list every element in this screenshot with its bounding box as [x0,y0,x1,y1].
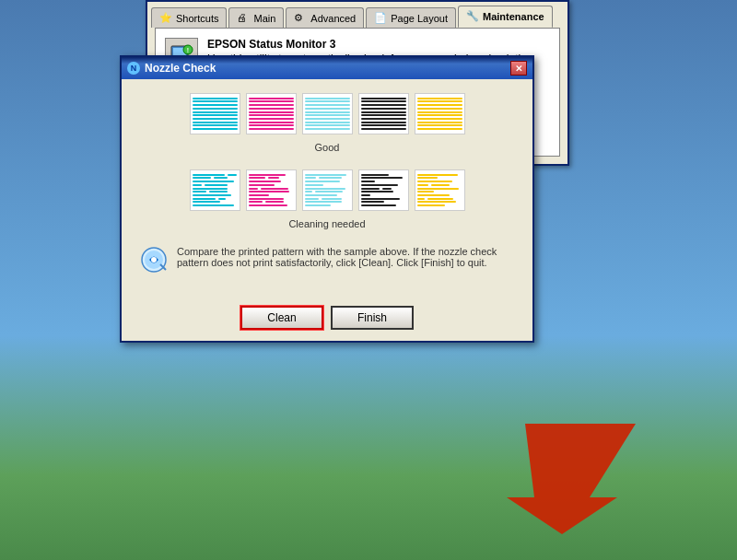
clean-button[interactable]: Clean [240,306,323,330]
page-layout-tab-icon: 📄 [374,12,387,25]
dialog-title-icon: N [127,62,140,75]
good-pattern-section: Good [140,93,514,160]
tab-page-layout[interactable]: 📄 Page Layout [366,7,456,28]
good-lightcyan-block [302,93,353,134]
nozzle-check-dialog: N Nozzle Check ✕ [120,55,534,343]
tabs-bar: ⭐ Shortcuts 🖨 Main ⚙ Advanced 📄 Page Lay… [147,2,567,28]
dialog-buttons: Clean Finish [122,298,532,341]
good-pattern-row [190,93,465,134]
bad-yellow-block [415,169,465,211]
advanced-tab-icon: ⚙ [294,12,307,25]
bad-cyan-block [190,169,240,211]
good-label: Good [315,142,340,153]
info-text: Compare the printed pattern with the sam… [177,246,514,268]
dialog-body: Good [122,79,532,298]
dialog-close-button[interactable]: ✕ [510,61,527,76]
dialog-titlebar: N Nozzle Check ✕ [122,57,532,79]
good-magenta-block [246,93,297,134]
cleaning-needed-label: Cleaning needed [288,218,365,229]
main-tab-icon: 🖨 [237,12,250,25]
dialog-title-left: N Nozzle Check [127,62,216,75]
bad-magenta-block [246,169,297,211]
shortcuts-tab-icon: ⭐ [159,12,172,25]
svg-text:!: ! [187,47,189,53]
bad-lightcyan-block [302,169,353,211]
good-black-block [358,93,409,134]
svg-point-11 [151,257,157,262]
tab-shortcuts[interactable]: ⭐ Shortcuts [151,7,227,28]
tab-main[interactable]: 🖨 Main [228,7,284,28]
tab-maintenance[interactable]: 🔧 Maintenance [458,6,553,28]
cleaning-pattern-section: Cleaning needed [140,169,514,237]
bad-black-block [358,169,409,211]
good-cyan-block [190,93,240,134]
bad-pattern-row [190,169,465,211]
dialog-title-text: Nozzle Check [145,62,216,75]
finish-button[interactable]: Finish [331,306,414,330]
info-icon [140,246,168,274]
good-yellow-block [415,93,465,134]
maintenance-tab-icon: 🔧 [466,10,479,23]
tab-advanced[interactable]: ⚙ Advanced [286,7,364,28]
info-row: Compare the printed pattern with the sam… [140,246,514,274]
